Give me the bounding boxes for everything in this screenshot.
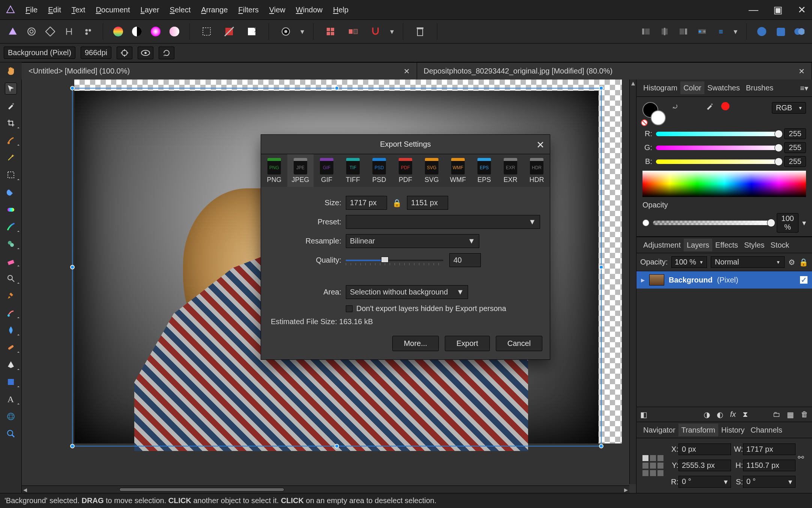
dialog-titlebar[interactable]: Export Settings ✕ xyxy=(261,135,550,154)
window-maximize-icon[interactable]: ▣ xyxy=(773,4,783,16)
crosshair-icon[interactable] xyxy=(117,47,132,59)
chevron-down-icon[interactable]: ▸ xyxy=(641,275,645,284)
move-tool-icon[interactable] xyxy=(5,83,17,95)
resize-handle[interactable] xyxy=(335,86,339,90)
healing-tool-icon[interactable] xyxy=(5,341,17,353)
resize-handle[interactable] xyxy=(599,86,603,90)
brush-tool-icon[interactable] xyxy=(5,134,17,146)
tab-channels[interactable]: Channels xyxy=(747,424,785,436)
size-width-input[interactable]: 1717 px xyxy=(346,196,387,210)
color-picker-tool-icon[interactable] xyxy=(5,100,17,112)
anchor-point-widget[interactable] xyxy=(642,455,663,476)
mask-icon[interactable]: ◑ xyxy=(704,410,710,419)
document-tab-1[interactable]: <Untitled> [Modified] (100.0%) ✕ xyxy=(22,62,417,80)
close-icon[interactable]: ✕ xyxy=(798,67,805,76)
chevron-down-icon[interactable]: ▾ xyxy=(300,27,304,36)
size-height-input[interactable]: 1151 px xyxy=(407,196,448,210)
quick-mask-icon[interactable] xyxy=(278,26,294,38)
tab-effects[interactable]: Effects xyxy=(712,239,741,251)
gear-icon[interactable]: ⚙ xyxy=(788,258,795,267)
chevron-down-icon[interactable]: ▾ xyxy=(390,27,394,36)
format-tab-pdf[interactable]: PDFPDF xyxy=(392,154,419,187)
flood-fill-icon[interactable] xyxy=(5,186,17,198)
tab-stock[interactable]: Stock xyxy=(767,239,792,251)
chevron-down-icon[interactable]: ▾ xyxy=(724,477,728,486)
foreground-swatch[interactable] xyxy=(651,110,666,125)
magic-wand-icon[interactable] xyxy=(5,152,17,164)
new-layer-icon[interactable]: ▦ xyxy=(787,410,794,419)
sample-color-icon[interactable] xyxy=(721,102,729,110)
preset-select[interactable]: ▼ xyxy=(346,215,540,229)
y-field[interactable]: 2555.3 px xyxy=(678,460,731,471)
quality-slider[interactable] xyxy=(346,256,443,265)
format-tab-gif[interactable]: GIFGIF xyxy=(314,154,340,187)
format-tab-psd[interactable]: PSDPSD xyxy=(366,154,392,187)
format-tab-hdr[interactable]: HDRHDR xyxy=(524,154,550,187)
channel-value[interactable]: 255 xyxy=(784,142,806,153)
menu-help[interactable]: Help xyxy=(333,6,348,14)
dontexport-checkbox[interactable] xyxy=(346,305,353,312)
develop-persona-icon[interactable] xyxy=(44,26,56,38)
cancel-button[interactable]: Cancel xyxy=(496,336,542,351)
lock-icon[interactable]: 🔒 xyxy=(799,258,808,267)
layer-mode-icon[interactable]: ◧ xyxy=(640,410,647,419)
menu-layer[interactable]: Layer xyxy=(141,6,159,14)
export-persona-icon[interactable] xyxy=(82,26,94,38)
eyedropper-icon[interactable] xyxy=(705,102,714,110)
panel-menu-icon[interactable]: ≡▾ xyxy=(800,84,808,93)
resize-handle[interactable] xyxy=(70,265,75,269)
channel-slider[interactable] xyxy=(656,146,780,150)
resize-handle[interactable] xyxy=(70,86,75,90)
vertical-scrollbar[interactable]: ▴ xyxy=(629,80,636,484)
layer-opacity-field[interactable]: 100 % ▼ xyxy=(671,256,707,268)
fx-icon[interactable]: fx xyxy=(730,410,736,419)
gradient-map-icon[interactable] xyxy=(112,26,124,38)
x-field[interactable]: 0 px xyxy=(678,443,731,455)
lock-icon[interactable]: 🔒 xyxy=(392,198,402,207)
channel-value[interactable]: 255 xyxy=(784,156,806,167)
tab-history[interactable]: History xyxy=(718,424,747,436)
hourglass-icon[interactable]: ⧗ xyxy=(743,410,748,419)
trash-icon[interactable]: 🗑 xyxy=(801,410,808,419)
zoom-blur-icon[interactable] xyxy=(5,272,17,284)
gradient-tool-icon[interactable] xyxy=(5,203,17,215)
reset-swatch-icon[interactable] xyxy=(641,119,648,126)
hue-icon[interactable] xyxy=(150,26,162,38)
s-field[interactable]: 0 °▾ xyxy=(743,476,795,488)
align-spacing-icon[interactable] xyxy=(696,26,708,38)
slider-thumb[interactable] xyxy=(774,144,783,152)
shape-tool-icon[interactable] xyxy=(5,376,17,388)
area-select[interactable]: Selection without background ▼ xyxy=(346,285,468,299)
shapes-icon[interactable] xyxy=(793,26,805,38)
menu-text[interactable]: Text xyxy=(72,6,86,14)
menu-document[interactable]: Document xyxy=(96,6,130,14)
eraser-tool-icon[interactable] xyxy=(5,255,17,267)
preview-icon[interactable] xyxy=(138,47,153,59)
opacity-slider[interactable] xyxy=(653,221,773,225)
menu-file[interactable]: File xyxy=(26,6,38,14)
cycle-icon[interactable] xyxy=(159,47,174,59)
assistant-icon[interactable] xyxy=(756,26,768,38)
tab-adjustment[interactable]: Adjustment xyxy=(640,239,684,251)
scroll-up-icon[interactable]: ▴ xyxy=(630,80,636,86)
adjustment-layer-icon[interactable]: ◐ xyxy=(717,410,723,419)
h-field[interactable]: 1150.7 px xyxy=(743,460,795,471)
align-center-icon[interactable] xyxy=(659,26,671,38)
lens-icon[interactable] xyxy=(774,26,786,38)
format-tab-svg[interactable]: SVGSVG xyxy=(419,154,445,187)
liquify-persona-icon[interactable] xyxy=(26,26,38,38)
export-button[interactable]: Export xyxy=(445,336,490,351)
close-icon[interactable]: ✕ xyxy=(404,67,410,76)
hand-tool-icon[interactable] xyxy=(0,62,22,80)
slider-thumb[interactable] xyxy=(774,130,783,138)
window-close-icon[interactable]: ✕ xyxy=(798,4,806,16)
link-wh-icon[interactable]: ⚯ xyxy=(795,453,806,462)
slider-thumb[interactable] xyxy=(381,257,389,263)
resize-handle[interactable] xyxy=(335,444,339,448)
menu-filters[interactable]: Filters xyxy=(238,6,258,14)
menu-arrange[interactable]: Arrange xyxy=(201,6,228,14)
scroll-left-icon[interactable]: ◂ xyxy=(22,486,29,493)
channel-slider[interactable] xyxy=(656,132,780,136)
tab-navigator[interactable]: Navigator xyxy=(640,424,678,436)
format-tab-eps[interactable]: EPSEPS xyxy=(471,154,497,187)
